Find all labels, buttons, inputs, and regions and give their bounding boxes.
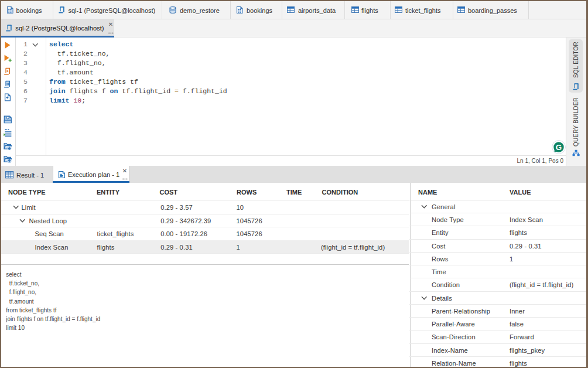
svg-text:G: G (556, 143, 562, 152)
